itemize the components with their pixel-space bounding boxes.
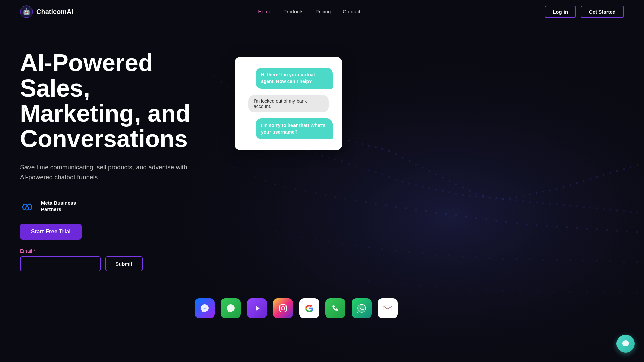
svg-point-204 xyxy=(318,274,320,275)
meta-logo-icon xyxy=(20,198,36,214)
nav-products[interactable]: Products xyxy=(283,9,303,14)
svg-point-219 xyxy=(569,291,571,293)
get-started-button[interactable]: Get Started xyxy=(581,6,624,18)
svg-point-205 xyxy=(335,276,336,278)
chat-bubble-1: Hi there! I'm your virtual agent. How ca… xyxy=(256,68,333,89)
logo[interactable]: 🤖 ChaticomAI xyxy=(20,5,73,18)
submit-button[interactable]: Submit xyxy=(105,256,143,272)
svg-point-217 xyxy=(536,290,538,292)
logo-icon: 🤖 xyxy=(20,5,33,18)
nav-home[interactable]: Home xyxy=(258,9,271,14)
email-label: Email * xyxy=(20,248,215,254)
messenger-icon[interactable] xyxy=(195,298,215,318)
whatsapp-icon[interactable] xyxy=(352,298,372,318)
nav-actions: Log in Get Started xyxy=(545,6,624,18)
svg-text:🤖: 🤖 xyxy=(23,8,31,15)
nav-links: Home Products Pricing Contact xyxy=(258,9,360,15)
svg-rect-231 xyxy=(384,306,392,311)
logo-text: ChaticomAI xyxy=(36,8,73,16)
hero-subtitle: Save time communicating, sell products, … xyxy=(20,162,195,182)
svg-point-215 xyxy=(502,290,504,292)
phone-icon[interactable] xyxy=(325,298,345,318)
svg-point-230 xyxy=(285,306,286,307)
gmail-icon[interactable] xyxy=(378,298,398,318)
instagram-icon[interactable] xyxy=(273,298,293,318)
svg-point-220 xyxy=(586,291,588,293)
svg-point-222 xyxy=(620,292,622,294)
chat-widget-icon xyxy=(621,339,630,348)
trial-button[interactable]: Start Free Trial xyxy=(20,224,82,240)
navigation: 🤖 ChaticomAI Home Products Pricing Conta… xyxy=(0,0,644,23)
google-icon[interactable] xyxy=(299,298,319,318)
svg-point-211 xyxy=(435,286,437,288)
svg-marker-227 xyxy=(256,306,260,311)
imessage-icon[interactable] xyxy=(221,298,241,318)
nav-pricing[interactable]: Pricing xyxy=(315,9,331,14)
svg-point-206 xyxy=(352,279,353,280)
hero-left: AI-Powered Sales, Marketing, and Convers… xyxy=(20,50,215,272)
svg-point-223 xyxy=(636,292,638,294)
email-row: Submit xyxy=(20,256,215,272)
svg-point-213 xyxy=(469,288,471,290)
hero-section: AI-Powered Sales, Marketing, and Convers… xyxy=(0,23,644,272)
chat-window: Hi there! I'm your virtual agent. How ca… xyxy=(235,57,342,150)
meta-badge-text: Meta BusinessPartners xyxy=(41,200,76,213)
svg-point-214 xyxy=(485,289,487,291)
chat-bubble-3: I'm sorry to hear that! What's your user… xyxy=(256,118,333,139)
svg-point-229 xyxy=(281,307,285,310)
svg-rect-226 xyxy=(20,198,36,214)
hero-title: AI-Powered Sales, Marketing, and Convers… xyxy=(20,50,215,152)
login-button[interactable]: Log in xyxy=(545,6,576,18)
twitch-icon[interactable] xyxy=(247,298,267,318)
svg-point-218 xyxy=(552,291,554,293)
svg-point-212 xyxy=(452,287,454,289)
svg-point-221 xyxy=(603,291,605,293)
chat-bubble-2: I'm locked out of my bank account. xyxy=(248,95,329,112)
meta-badge: Meta BusinessPartners xyxy=(20,198,215,214)
svg-point-207 xyxy=(368,280,370,282)
svg-point-210 xyxy=(418,285,420,287)
nav-contact[interactable]: Contact xyxy=(343,9,360,14)
svg-point-216 xyxy=(519,290,521,292)
email-input[interactable] xyxy=(20,256,101,272)
svg-point-209 xyxy=(401,284,404,286)
chat-widget-button[interactable] xyxy=(616,335,635,353)
app-icons-row xyxy=(195,298,398,318)
svg-point-208 xyxy=(385,282,387,284)
